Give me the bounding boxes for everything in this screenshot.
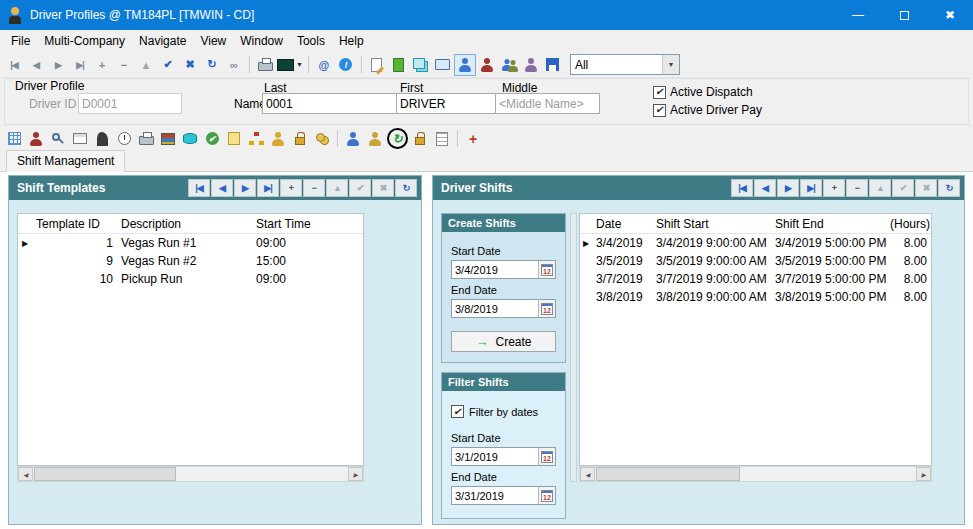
driver-button[interactable] bbox=[25, 128, 47, 150]
create-end-date-field[interactable]: 3/8/2019 12 bbox=[451, 299, 556, 318]
scroll-left-button[interactable]: ◀ bbox=[580, 467, 595, 481]
validate-button[interactable]: ✔ bbox=[201, 128, 223, 150]
create-button[interactable]: → Create bbox=[451, 331, 556, 352]
create-start-date-field[interactable]: 3/4/2019 12 bbox=[451, 260, 556, 279]
scroll-right-button[interactable]: ▶ bbox=[916, 467, 931, 481]
refresh-button[interactable]: ↻ bbox=[395, 179, 417, 197]
move-up-button[interactable]: ▲ bbox=[135, 54, 157, 76]
last-button[interactable]: ▶| bbox=[257, 179, 279, 197]
scroll-right-button[interactable]: ▶ bbox=[348, 467, 363, 481]
last-button[interactable]: ▶| bbox=[800, 179, 822, 197]
scroll-thumb[interactable] bbox=[596, 467, 740, 481]
active-dispatch-checkbox[interactable]: ✔ Active Dispatch bbox=[653, 85, 753, 99]
figure-button[interactable] bbox=[91, 128, 113, 150]
calendar-button[interactable]: 12 bbox=[538, 300, 555, 317]
table-row[interactable]: 9 Vegas Run #2 15:00 bbox=[18, 252, 363, 270]
form-view-button[interactable] bbox=[432, 54, 454, 76]
notes-button[interactable] bbox=[223, 128, 245, 150]
previous-record-button[interactable]: ◀ bbox=[25, 54, 47, 76]
refresh-button[interactable]: ↻ bbox=[938, 179, 960, 197]
active-driver-pay-checkbox[interactable]: ✔ Active Driver Pay bbox=[653, 103, 762, 117]
teams-button[interactable] bbox=[267, 128, 289, 150]
cancel-button[interactable]: ✖ bbox=[179, 54, 201, 76]
driver-pay-button[interactable] bbox=[520, 54, 542, 76]
save-button[interactable] bbox=[542, 54, 564, 76]
filter-start-date-field[interactable]: 3/1/2019 12 bbox=[451, 447, 556, 466]
delete-record-button[interactable]: − bbox=[113, 54, 135, 76]
maximize-button[interactable] bbox=[881, 0, 927, 30]
table-button[interactable] bbox=[69, 128, 91, 150]
add-button[interactable]: + bbox=[823, 179, 845, 197]
prev-button[interactable]: ◀ bbox=[754, 179, 776, 197]
menu-help[interactable]: Help bbox=[332, 32, 371, 50]
first-button[interactable]: |◀ bbox=[731, 179, 753, 197]
link-button[interactable]: ∞ bbox=[223, 54, 245, 76]
menu-navigate[interactable]: Navigate bbox=[132, 32, 193, 50]
up-button[interactable]: ▲ bbox=[326, 179, 348, 197]
accept-button[interactable]: ✔ bbox=[349, 179, 371, 197]
middle-name-field[interactable]: <Middle Name> bbox=[495, 93, 600, 114]
permissions-button[interactable] bbox=[409, 128, 431, 150]
table-row[interactable]: 3/7/2019 3/7/2019 9:00:00 AM 3/7/2019 5:… bbox=[580, 270, 931, 288]
remove-button[interactable]: − bbox=[303, 179, 325, 197]
cancel-button[interactable]: ✖ bbox=[372, 179, 394, 197]
vertical-scrollbar[interactable] bbox=[570, 213, 577, 482]
print-preview-button[interactable]: ▼ bbox=[276, 54, 304, 76]
email-button[interactable]: @ bbox=[313, 54, 335, 76]
table-row[interactable]: 10 Pickup Run 09:00 bbox=[18, 270, 363, 288]
ledger-button[interactable] bbox=[388, 54, 410, 76]
accept-button[interactable]: ✔ bbox=[892, 179, 914, 197]
pay-button[interactable] bbox=[311, 128, 333, 150]
tab-shift-management[interactable]: Shift Management bbox=[6, 150, 125, 172]
menu-tools[interactable]: Tools bbox=[290, 32, 332, 50]
scroll-thumb[interactable] bbox=[34, 467, 176, 481]
menu-window[interactable]: Window bbox=[233, 32, 290, 50]
remove-button[interactable]: − bbox=[846, 179, 868, 197]
grid-view-button[interactable] bbox=[3, 128, 25, 150]
first-name-field[interactable]: DRIVER bbox=[396, 93, 496, 114]
last-record-button[interactable]: ▶| bbox=[69, 54, 91, 76]
horizontal-scrollbar[interactable]: ◀ ▶ bbox=[17, 466, 364, 482]
scroll-track[interactable] bbox=[33, 467, 348, 481]
print-button[interactable] bbox=[254, 54, 276, 76]
refresh-button[interactable]: ↻ bbox=[201, 54, 223, 76]
scroll-left-button[interactable]: ◀ bbox=[18, 467, 33, 481]
assign-button[interactable] bbox=[364, 128, 386, 150]
combo-dropdown-button[interactable]: ▼ bbox=[662, 55, 679, 74]
copy-pages-button[interactable] bbox=[410, 54, 432, 76]
add-item-button[interactable]: + bbox=[462, 128, 484, 150]
security-button[interactable] bbox=[289, 128, 311, 150]
profile-button[interactable] bbox=[342, 128, 364, 150]
list-button[interactable] bbox=[431, 128, 453, 150]
add-button[interactable]: + bbox=[280, 179, 302, 197]
close-button[interactable]: ✖ bbox=[927, 0, 973, 30]
add-record-button[interactable]: + bbox=[91, 54, 113, 76]
next-button[interactable]: ▶ bbox=[234, 179, 256, 197]
first-record-button[interactable]: |◀ bbox=[3, 54, 25, 76]
calendar-button[interactable]: 12 bbox=[538, 448, 555, 465]
cancel-button[interactable]: ✖ bbox=[915, 179, 937, 197]
personnel-button[interactable] bbox=[498, 54, 520, 76]
menu-multi-company[interactable]: Multi-Company bbox=[37, 32, 132, 50]
next-record-button[interactable]: ▶ bbox=[47, 54, 69, 76]
accept-button[interactable]: ✔ bbox=[157, 54, 179, 76]
table-row[interactable]: 3/5/2019 3/5/2019 9:00:00 AM 3/5/2019 5:… bbox=[580, 252, 931, 270]
horizontal-scrollbar[interactable]: ◀ ▶ bbox=[579, 466, 932, 482]
hierarchy-button[interactable] bbox=[245, 128, 267, 150]
search-button[interactable] bbox=[47, 128, 69, 150]
edit-document-button[interactable] bbox=[366, 54, 388, 76]
last-name-field[interactable]: 0001 bbox=[262, 93, 397, 114]
menu-view[interactable]: View bbox=[193, 32, 233, 50]
scroll-track[interactable] bbox=[595, 467, 916, 481]
logs-button[interactable] bbox=[157, 128, 179, 150]
driver-profiles-button[interactable] bbox=[454, 54, 476, 76]
table-row[interactable]: ▶ 1 Vegas Run #1 09:00 bbox=[18, 234, 363, 253]
first-button[interactable]: |◀ bbox=[188, 179, 210, 197]
prev-button[interactable]: ◀ bbox=[211, 179, 233, 197]
database-button[interactable] bbox=[179, 128, 201, 150]
minimize-button[interactable]: — bbox=[835, 0, 881, 30]
up-button[interactable]: ▲ bbox=[869, 179, 891, 197]
filter-end-date-field[interactable]: 3/31/2019 12 bbox=[451, 486, 556, 505]
filter-combo[interactable]: All ▼ bbox=[570, 54, 680, 75]
table-row[interactable]: 3/8/2019 3/8/2019 9:00:00 AM 3/8/2019 5:… bbox=[580, 288, 931, 306]
